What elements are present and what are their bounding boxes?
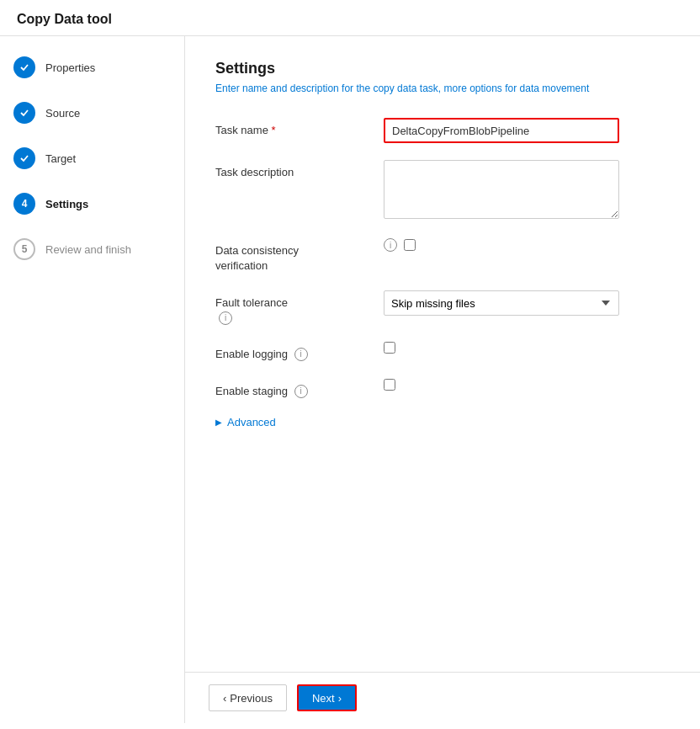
advanced-label: Advanced bbox=[227, 416, 276, 428]
previous-button[interactable]: ‹ Previous bbox=[209, 684, 287, 711]
previous-icon: ‹ bbox=[223, 692, 226, 705]
step-label-source: Source bbox=[45, 107, 80, 120]
sidebar-item-review: 5 Review and finish bbox=[13, 238, 171, 260]
app-title-text: Copy Data tool bbox=[17, 12, 112, 26]
fault-tolerance-row: Fault tolerance i None Skip missing file… bbox=[215, 290, 670, 324]
content-area: Settings Enter name and description for … bbox=[185, 36, 700, 723]
fault-tolerance-select[interactable]: None Skip missing files Skip incompatibl… bbox=[384, 290, 619, 316]
content-scroll: Settings Enter name and description for … bbox=[185, 36, 700, 672]
task-name-label: Task name * bbox=[215, 118, 384, 138]
enable-logging-row: Enable logging i bbox=[215, 342, 670, 362]
step-label-settings: Settings bbox=[45, 198, 88, 210]
step-label-review: Review and finish bbox=[45, 243, 131, 256]
enable-logging-control bbox=[384, 342, 670, 356]
task-description-control bbox=[384, 160, 670, 221]
sidebar-item-settings[interactable]: 4 Settings bbox=[13, 193, 171, 215]
app-title: Copy Data tool bbox=[0, 0, 700, 36]
advanced-triangle-icon: ▶ bbox=[215, 418, 222, 427]
previous-label: Previous bbox=[230, 692, 273, 705]
step-circle-properties bbox=[13, 56, 35, 78]
fault-tolerance-control: None Skip missing files Skip incompatibl… bbox=[384, 290, 670, 316]
step-circle-source bbox=[13, 102, 35, 124]
enable-staging-control bbox=[384, 379, 670, 393]
next-button[interactable]: Next › bbox=[297, 684, 357, 711]
task-name-row: Task name * bbox=[215, 118, 670, 143]
step-circle-review: 5 bbox=[13, 238, 35, 260]
data-consistency-label: Data consistencyverification bbox=[215, 238, 384, 274]
enable-staging-info-icon[interactable]: i bbox=[294, 385, 308, 398]
enable-staging-checkbox[interactable] bbox=[384, 379, 395, 391]
task-description-input[interactable] bbox=[384, 160, 619, 219]
step-circle-target bbox=[13, 147, 35, 169]
task-name-control bbox=[384, 118, 670, 143]
sidebar-item-target[interactable]: Target bbox=[13, 147, 171, 169]
settings-title: Settings bbox=[215, 60, 670, 77]
data-consistency-row: Data consistencyverification i bbox=[215, 238, 670, 274]
task-description-row: Task description bbox=[215, 160, 670, 221]
sidebar: Properties Source Target 4 Settings bbox=[0, 36, 185, 723]
next-label: Next bbox=[312, 692, 335, 705]
sidebar-item-source[interactable]: Source bbox=[13, 102, 171, 124]
data-consistency-checkbox[interactable] bbox=[404, 239, 416, 251]
data-consistency-control: i bbox=[384, 238, 670, 252]
data-consistency-info-icon[interactable]: i bbox=[384, 238, 397, 252]
enable-logging-info-icon[interactable]: i bbox=[294, 348, 308, 361]
step-circle-settings: 4 bbox=[13, 193, 35, 215]
next-icon: › bbox=[338, 692, 342, 705]
settings-subtitle: Enter name and description for the copy … bbox=[215, 82, 670, 94]
sidebar-item-properties[interactable]: Properties bbox=[13, 56, 171, 78]
fault-tolerance-info-icon[interactable]: i bbox=[219, 311, 232, 325]
enable-staging-row: Enable staging i bbox=[215, 379, 670, 399]
task-name-input[interactable] bbox=[384, 118, 619, 143]
fault-tolerance-label: Fault tolerance i bbox=[215, 290, 384, 324]
step-label-properties: Properties bbox=[45, 61, 95, 74]
advanced-toggle[interactable]: ▶ Advanced bbox=[215, 416, 670, 428]
enable-logging-checkbox[interactable] bbox=[384, 342, 395, 354]
footer: ‹ Previous Next › bbox=[185, 672, 700, 723]
step-label-target: Target bbox=[45, 152, 76, 165]
task-description-label: Task description bbox=[215, 160, 384, 180]
